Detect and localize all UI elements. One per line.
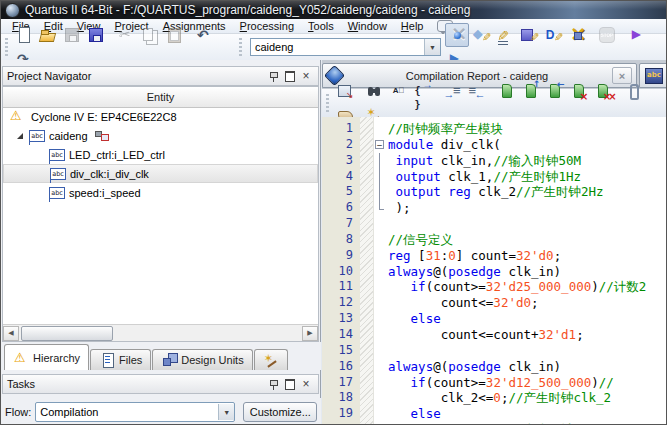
scroll-right-icon[interactable]: ▶ [302,326,318,341]
fold-marker-icon [374,200,388,216]
open-file-icon[interactable] [36,23,60,47]
stop-processing-icon[interactable] [445,23,469,47]
project-navigator-titlebar: Project Navigator × [2,66,319,86]
netlist-viewer-icon[interactable] [565,23,589,47]
stop-sign-icon[interactable]: STOP [595,23,619,47]
tree-horizontal-scrollbar[interactable]: ◀ ▶ [3,324,318,341]
save-icon[interactable] [60,23,84,47]
toolbar-grip[interactable] [4,38,9,56]
toolbar-grip[interactable] [325,94,330,112]
line-number: 12 [322,295,360,311]
tasks-title: Tasks [7,378,266,390]
flow-combo[interactable]: Compilation ▼ [35,402,235,422]
detach-window-icon[interactable] [333,79,357,103]
toggle-bookmark-icon[interactable] [495,79,519,103]
tasks-titlebar: Tasks × [2,374,319,394]
cut-icon[interactable] [114,23,138,47]
delete-bookmark-icon[interactable] [567,79,591,103]
editor-toolbar [322,89,667,118]
line-number: 16 [322,359,360,375]
fold-margin [374,406,388,422]
entity-instance-icon: abc [29,130,45,142]
tree-item-div_clk[interactable]: abcdiv_clk:i_div_clk [3,164,318,183]
scrollbar-thumb[interactable] [21,326,113,341]
line-number: 17 [322,375,360,391]
tab-ip-components[interactable] [254,349,288,370]
attach-icon[interactable] [621,79,645,103]
design-assistant-icon[interactable] [541,23,565,47]
tab-hierarchy[interactable]: Hierarchy [4,344,89,370]
menu-item-help[interactable]: Help [394,19,431,34]
save-project-icon[interactable] [84,23,108,47]
chip-planner-icon[interactable] [517,23,541,47]
copy-icon[interactable] [138,23,162,47]
tree-item-cyclone iv e[interactable]: Cyclone IV E: EP4CE6E22C8 [3,107,318,126]
tree-item-caideng[interactable]: abccaideng [3,126,318,145]
project-combo-value: caideng [255,41,294,53]
close-icon[interactable]: × [298,377,314,391]
line-number: 8 [322,232,360,248]
menu-item-processing[interactable]: Processing [233,19,301,34]
pin-planner-icon[interactable] [493,23,517,47]
float-window-icon[interactable] [282,69,298,83]
code-line: //信号定义 [374,232,667,248]
pin-icon[interactable] [266,69,282,83]
line-number: 13 [322,311,360,327]
expander-icon[interactable] [17,133,23,139]
code-line: output reg clk_2//产生时钟2Hz [374,184,667,200]
tab-design-units[interactable]: Design Units [152,349,252,370]
line-number: 7 [322,216,360,232]
fold-margin [374,375,388,391]
doc-icon [99,352,115,368]
top-level-entity-icon [95,130,109,142]
line-number: 10 [322,264,360,280]
menu-item-window[interactable]: Window [341,19,394,34]
app-logo-icon [5,3,20,18]
project-combo[interactable]: caideng ▼ [250,38,441,56]
chevron-down-icon[interactable]: ▼ [218,404,234,420]
warn-icon [13,350,29,366]
line-number: 19 [322,406,360,422]
code-editor[interactable]: 1234567891011121314151617181920 //时钟频率产生… [322,117,667,425]
hierarchy-tree[interactable]: Cyclone IV E: EP4CE6E22C8abccaidengabcLE… [3,107,318,325]
line-number: 4 [322,169,360,185]
paste-icon[interactable] [162,23,186,47]
next-bookmark-icon[interactable] [519,79,543,103]
tab-files[interactable]: Files [90,349,151,370]
line-number-gutter: 1234567891011121314151617181920 [322,117,360,425]
code-line: else [374,406,667,422]
customize-button[interactable]: Customize... [243,402,317,422]
units-icon [161,352,177,368]
scroll-left-icon[interactable]: ◀ [3,326,19,341]
matching-brace-icon[interactable] [411,79,435,103]
replace-icon[interactable] [387,79,411,103]
fold-margin [374,216,388,232]
chevron-down-icon[interactable]: ▼ [424,39,440,55]
tree-item-speed[interactable]: abcspeed:i_speed [3,183,318,202]
tab-label: Files [119,354,142,366]
toolbar-grip[interactable] [238,38,243,56]
flow-label: Flow: [5,406,31,418]
float-window-icon[interactable] [282,377,298,391]
new-file-icon[interactable] [12,23,36,47]
menu-item-tools[interactable]: Tools [301,19,341,34]
previous-bookmark-icon[interactable] [543,79,567,103]
line-number: 14 [322,327,360,343]
outdent-icon[interactable] [465,79,489,103]
fold-marker-icon [374,153,388,169]
close-icon[interactable]: × [298,69,314,83]
project-navigator-panel: Entity Cyclone IV E: EP4CE6E22C8abccaide… [2,86,319,342]
tree-item-led_ctrl[interactable]: abcLED_ctrl:i_LED_ctrl [3,145,318,164]
start-compilation-icon[interactable] [625,23,649,47]
pin-icon[interactable] [266,377,282,391]
line-number: 11 [322,279,360,295]
fold-marker-icon[interactable] [374,137,388,153]
code-line: input clk_in,//输入时钟50M [374,153,667,169]
indent-icon[interactable] [441,79,465,103]
code-text[interactable]: //时钟频率产生模块module div_clk( input clk_in,/… [374,117,667,425]
undo-icon[interactable] [192,23,216,47]
find-icon[interactable] [363,79,387,103]
delete-all-bookmarks-icon[interactable] [591,79,615,103]
assignment-editor-icon[interactable] [469,23,493,47]
fold-margin [374,359,388,375]
